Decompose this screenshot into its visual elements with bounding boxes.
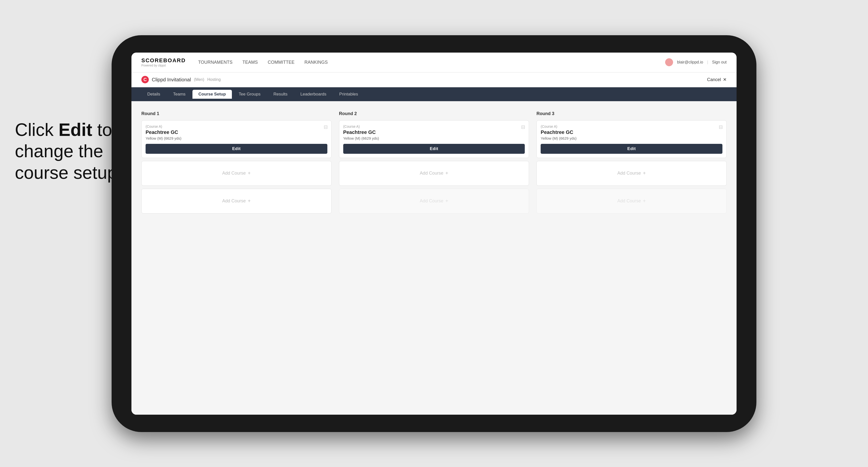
round-3-label: Round 3 [536,111,726,116]
round-1-label: Round 1 [142,111,332,116]
tab-leaderboards[interactable]: Leaderboards [294,90,332,99]
round-3-add-course-1[interactable]: Add Course + [536,161,726,186]
tournament-gender: (Men) [194,77,204,82]
round-1-edit-button[interactable]: Edit [146,144,328,154]
round-1-plus-1-icon: + [248,170,251,176]
tab-course-setup[interactable]: Course Setup [192,90,232,99]
cancel-icon: ✕ [723,77,726,82]
clippd-icon: C [142,76,149,83]
round-3-course-tag: (Course A) [540,125,722,128]
tab-details[interactable]: Details [142,90,166,99]
round-2-course-name: Peachtree GC [343,129,525,135]
round-3-edit-button[interactable]: Edit [540,144,722,154]
round-2-label: Round 2 [339,111,529,116]
round-3-add-course-2-label: Add Course [617,198,641,204]
annotation-line1: Click Edit to change the course setup. [15,120,122,183]
tab-results[interactable]: Results [267,90,293,99]
tablet-shell: SCOREBOARD Powered by clippd TOURNAMENTS… [112,35,756,432]
round-3-course-name: Peachtree GC [540,129,722,135]
nav-link-committee[interactable]: COMMITTEE [268,59,294,66]
round-2-course-card: ⊟ (Course A) Peachtree GC Yellow (M) (66… [339,120,529,158]
round-1-delete-icon[interactable]: ⊟ [323,124,328,130]
round-1-add-course-1[interactable]: Add Course + [142,161,332,186]
round-2-delete-icon[interactable]: ⊟ [521,124,525,130]
tournament-name-section: C Clippd Invitational (Men) Hosting [142,76,707,83]
round-2-add-course-1[interactable]: Add Course + [339,161,529,186]
round-1-course-tag: (Course A) [146,125,328,128]
round-2-edit-button[interactable]: Edit [343,144,525,154]
rounds-grid: Round 1 ⊟ (Course A) Peachtree GC Yellow… [142,111,726,217]
round-2-add-course-2: Add Course + [339,189,529,214]
round-2-course-details: Yellow (M) (6629 yds) [343,136,525,141]
nav-link-tournaments[interactable]: TOURNAMENTS [198,59,232,66]
round-3-course-card: ⊟ (Course A) Peachtree GC Yellow (M) (66… [536,120,726,158]
tournament-title: Clippd Invitational [152,77,191,83]
tabs-bar: Details Teams Course Setup Tee Groups Re… [131,87,737,101]
round-3-course-details: Yellow (M) (6629 yds) [540,136,722,141]
tablet-screen: SCOREBOARD Powered by clippd TOURNAMENTS… [131,53,737,415]
cancel-button[interactable]: Cancel ✕ [707,77,726,82]
cancel-label: Cancel [707,77,721,82]
round-3-add-course-1-label: Add Course [617,170,641,176]
round-1-course-card: ⊟ (Course A) Peachtree GC Yellow (M) (66… [142,120,332,158]
hosting-status: Hosting [207,77,221,82]
round-2-add-course-2-label: Add Course [420,198,443,204]
round-2-add-course-1-label: Add Course [420,170,443,176]
logo-sub: Powered by clippd [142,64,186,67]
sign-out-link[interactable]: Sign out [712,60,726,64]
content-area: Round 1 ⊟ (Course A) Peachtree GC Yellow… [131,101,737,415]
user-email: blair@clippd.io [677,60,703,64]
round-3-add-course-2: Add Course + [536,189,726,214]
separator: | [707,60,708,64]
round-1-add-course-1-label: Add Course [222,170,246,176]
round-1-plus-2-icon: + [248,198,251,204]
tab-tee-groups[interactable]: Tee Groups [233,90,267,99]
scoreboard-logo: SCOREBOARD Powered by clippd [142,57,186,67]
tab-teams[interactable]: Teams [167,90,191,99]
round-2-column: Round 2 ⊟ (Course A) Peachtree GC Yellow… [339,111,529,217]
tab-printables[interactable]: Printables [333,90,364,99]
round-1-course-name: Peachtree GC [146,129,328,135]
round-2-plus-2-icon: + [445,198,448,204]
round-2-plus-1-icon: + [445,170,448,176]
round-1-column: Round 1 ⊟ (Course A) Peachtree GC Yellow… [142,111,332,217]
sub-header: C Clippd Invitational (Men) Hosting Canc… [131,72,737,87]
round-3-plus-2-icon: + [643,198,646,204]
round-3-plus-1-icon: + [643,170,646,176]
nav-link-teams[interactable]: TEAMS [243,59,258,66]
top-nav: SCOREBOARD Powered by clippd TOURNAMENTS… [131,53,737,72]
user-avatar [665,58,673,66]
round-1-add-course-2-label: Add Course [222,198,246,204]
round-3-delete-icon[interactable]: ⊟ [719,124,723,130]
round-3-column: Round 3 ⊟ (Course A) Peachtree GC Yellow… [536,111,726,217]
logo-text: SCOREBOARD [142,57,186,64]
nav-link-rankings[interactable]: RANKINGS [305,59,328,66]
nav-links: TOURNAMENTS TEAMS COMMITTEE RANKINGS [198,59,665,66]
round-1-add-course-2[interactable]: Add Course + [142,189,332,214]
nav-user: blair@clippd.io | Sign out [665,58,726,66]
round-2-course-tag: (Course A) [343,125,525,128]
round-1-course-details: Yellow (M) (6629 yds) [146,136,328,141]
